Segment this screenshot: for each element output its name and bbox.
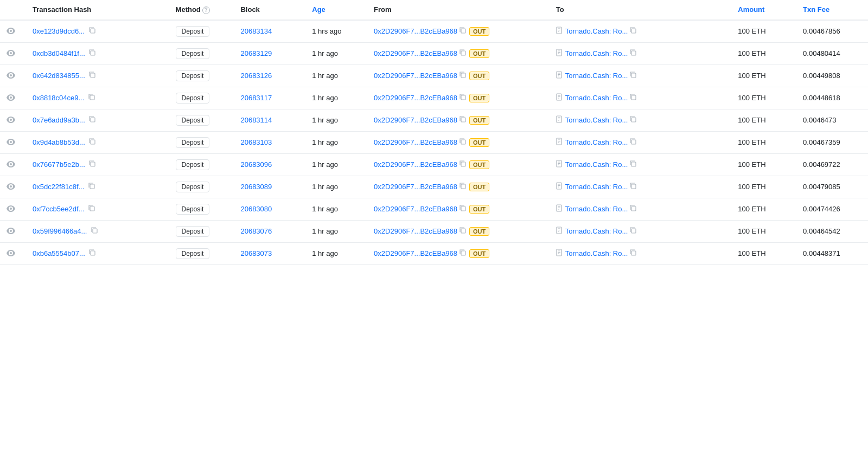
to-copy-icon[interactable] (630, 94, 636, 102)
from-copy-icon[interactable] (459, 116, 466, 124)
block-link[interactable]: 20683096 (240, 160, 272, 169)
block-link[interactable]: 20683080 (240, 205, 272, 213)
txn-fee-cell: 0.00479085 (796, 176, 868, 198)
eye-icon[interactable] (7, 27, 15, 36)
block-link[interactable]: 20683076 (240, 227, 272, 235)
hash-copy-icon[interactable] (89, 161, 95, 169)
hash-copy-icon[interactable] (89, 250, 95, 257)
eye-icon[interactable] (7, 94, 15, 102)
hash-copy-icon[interactable] (89, 28, 95, 35)
hash-cell: 0x7e6add9a3b... (26, 109, 169, 131)
to-address-link[interactable]: Tornado.Cash: Ro... (565, 94, 628, 102)
to-address-link[interactable]: Tornado.Cash: Ro... (565, 227, 628, 235)
to-copy-icon[interactable] (630, 205, 636, 213)
from-address-link[interactable]: 0x2D2906F7...B2cEBa968 (374, 116, 457, 124)
to-address-link[interactable]: Tornado.Cash: Ro... (565, 183, 628, 191)
to-copy-icon[interactable] (630, 72, 636, 80)
block-cell: 20683114 (234, 109, 305, 131)
to-copy-icon[interactable] (630, 183, 636, 191)
from-address-link[interactable]: 0x2D2906F7...B2cEBa968 (374, 205, 457, 213)
eye-icon[interactable] (7, 227, 15, 236)
from-address-link[interactable]: 0x2D2906F7...B2cEBa968 (374, 160, 457, 169)
hash-cell: 0x5dc22f81c8f... (26, 176, 169, 198)
from-copy-icon[interactable] (459, 27, 466, 35)
transaction-hash-link[interactable]: 0x8818c04ce9... (33, 94, 84, 102)
from-copy-icon[interactable] (459, 94, 466, 102)
to-copy-icon[interactable] (630, 227, 636, 235)
to-copy-icon[interactable] (630, 116, 636, 124)
block-link[interactable]: 20683134 (240, 27, 272, 35)
from-copy-icon[interactable] (459, 49, 466, 57)
from-address-link[interactable]: 0x2D2906F7...B2cEBa968 (374, 183, 457, 191)
method-label: Method (176, 5, 201, 14)
to-address-link[interactable]: Tornado.Cash: Ro... (565, 49, 628, 57)
block-link[interactable]: 20683114 (240, 116, 272, 124)
amount-value: 100 ETH (738, 27, 765, 35)
from-address-link[interactable]: 0x2D2906F7...B2cEBa968 (374, 227, 457, 235)
transaction-hash-link[interactable]: 0xdb3d0484f1f... (33, 49, 85, 57)
transaction-hash-link[interactable]: 0xb6a5554b07... (33, 249, 85, 257)
to-address-link[interactable]: Tornado.Cash: Ro... (565, 160, 628, 169)
transaction-hash-link[interactable]: 0xe123d9dcd6... (33, 27, 85, 35)
age-value: 1 hr ago (312, 227, 338, 235)
hash-copy-icon[interactable] (89, 117, 95, 124)
to-address-link[interactable]: Tornado.Cash: Ro... (565, 138, 628, 146)
block-link[interactable]: 20683126 (240, 72, 272, 80)
to-copy-icon[interactable] (630, 49, 636, 57)
eye-icon[interactable] (7, 160, 15, 169)
from-copy-icon[interactable] (459, 160, 466, 169)
eye-icon[interactable] (7, 205, 15, 214)
eye-icon[interactable] (7, 138, 15, 147)
to-address-link[interactable]: Tornado.Cash: Ro... (565, 27, 628, 35)
transaction-hash-link[interactable]: 0x76677b5e2b... (33, 160, 85, 169)
hash-copy-icon[interactable] (88, 94, 95, 102)
from-copy-icon[interactable] (459, 138, 466, 146)
to-address-link[interactable]: Tornado.Cash: Ro... (565, 116, 628, 124)
header-block: Block (234, 0, 305, 20)
to-copy-icon[interactable] (630, 249, 636, 257)
out-badge: OUT (469, 27, 489, 36)
eye-icon[interactable] (7, 72, 15, 80)
from-address-link[interactable]: 0x2D2906F7...B2cEBa968 (374, 249, 457, 257)
to-address-link[interactable]: Tornado.Cash: Ro... (565, 205, 628, 213)
transaction-hash-link[interactable]: 0x5dc22f81c8f... (33, 183, 84, 191)
block-link[interactable]: 20683089 (240, 183, 272, 191)
from-address-link[interactable]: 0x2D2906F7...B2cEBa968 (374, 138, 457, 146)
from-copy-icon[interactable] (459, 249, 466, 257)
from-copy-icon[interactable] (459, 227, 466, 235)
transaction-hash-link[interactable]: 0x59f996466a4... (33, 227, 87, 235)
to-cell: Tornado.Cash: Ro... (550, 131, 732, 153)
to-address-link[interactable]: Tornado.Cash: Ro... (565, 72, 628, 80)
to-copy-icon[interactable] (630, 138, 636, 146)
hash-copy-icon[interactable] (88, 205, 95, 213)
eye-icon[interactable] (7, 249, 15, 258)
hash-copy-icon[interactable] (89, 72, 95, 80)
to-copy-icon[interactable] (630, 160, 636, 169)
block-link[interactable]: 20683103 (240, 138, 272, 146)
block-link[interactable]: 20683073 (240, 249, 272, 257)
from-address-link[interactable]: 0x2D2906F7...B2cEBa968 (374, 49, 457, 57)
transaction-hash-link[interactable]: 0xf7ccb5ee2df... (33, 205, 84, 213)
method-info-icon[interactable]: ? (202, 7, 210, 14)
eye-icon[interactable] (7, 49, 15, 58)
transaction-hash-link[interactable]: 0x642d834855... (33, 72, 85, 80)
hash-copy-icon[interactable] (89, 50, 95, 57)
hash-copy-icon[interactable] (89, 139, 95, 146)
hash-copy-icon[interactable] (88, 183, 95, 191)
block-link[interactable]: 20683117 (240, 94, 272, 102)
from-copy-icon[interactable] (459, 205, 466, 213)
eye-icon[interactable] (7, 116, 15, 125)
to-address-link[interactable]: Tornado.Cash: Ro... (565, 249, 628, 257)
block-link[interactable]: 20683129 (240, 49, 272, 57)
from-address-link[interactable]: 0x2D2906F7...B2cEBa968 (374, 94, 457, 102)
to-copy-icon[interactable] (630, 27, 636, 35)
eye-icon[interactable] (7, 183, 15, 191)
transaction-hash-link[interactable]: 0x7e6add9a3b... (33, 116, 85, 124)
from-address-link[interactable]: 0x2D2906F7...B2cEBa968 (374, 27, 457, 35)
hash-copy-icon[interactable] (91, 228, 98, 235)
txn-fee-value: 0.00467359 (803, 138, 840, 146)
from-copy-icon[interactable] (459, 72, 466, 80)
transaction-hash-link[interactable]: 0x9d4ab8b53d... (33, 138, 85, 146)
from-copy-icon[interactable] (459, 183, 466, 191)
from-address-link[interactable]: 0x2D2906F7...B2cEBa968 (374, 72, 457, 80)
